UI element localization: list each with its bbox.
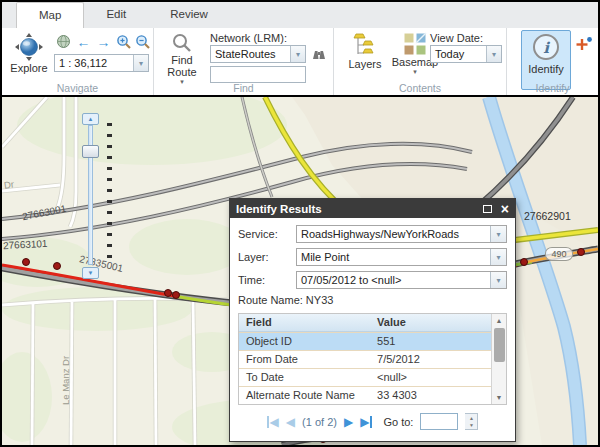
zoom-in-icon bbox=[116, 34, 132, 50]
network-lrm-label: Network (LRM): bbox=[210, 32, 287, 44]
tab-map[interactable]: Map bbox=[16, 2, 84, 28]
identify-route-location-icon bbox=[575, 36, 593, 52]
field-cell: To Date bbox=[239, 369, 370, 386]
ribbon-tabs: Map Edit Review bbox=[2, 2, 598, 28]
layer-value: Mile Point bbox=[297, 249, 490, 265]
last-page-button[interactable]: ▶ bbox=[360, 416, 372, 428]
first-page-icon: ◀ bbox=[270, 415, 279, 429]
scale-value: 1 : 36,112 bbox=[55, 55, 133, 71]
spinner-up-icon[interactable]: ▲ bbox=[465, 414, 477, 422]
identify-route-location-button[interactable] bbox=[575, 36, 593, 52]
identify-button[interactable]: i Identify bbox=[521, 30, 571, 90]
chevron-down-icon[interactable]: ▾ bbox=[486, 46, 501, 62]
zoom-slider-handle[interactable] bbox=[82, 145, 99, 158]
identify-icon: i bbox=[530, 31, 562, 63]
mile-point-marker[interactable] bbox=[22, 258, 30, 266]
full-extent-button[interactable] bbox=[54, 33, 73, 50]
scale-combobox[interactable]: 1 : 36,112 ▾ bbox=[54, 54, 149, 72]
tab-edit-label: Edit bbox=[106, 8, 126, 20]
map-region[interactable]: 27663001 27663101 27835001 27662901 490 … bbox=[2, 95, 598, 445]
table-row[interactable]: Alternate Route Name 33 4303 bbox=[239, 386, 491, 404]
zoom-in-button[interactable] bbox=[114, 33, 133, 50]
tab-review[interactable]: Review bbox=[148, 2, 230, 28]
globe-icon bbox=[56, 34, 71, 49]
service-value: RoadsHighways/NewYorkRoads bbox=[297, 226, 490, 242]
chevron-down-icon: ▼ bbox=[88, 270, 94, 276]
chevron-down-icon[interactable]: ▾ bbox=[290, 46, 305, 62]
value-cell: 551 bbox=[370, 333, 491, 350]
find-route-label-2: Route bbox=[167, 66, 196, 78]
slider-zoom-out-button[interactable]: ▼ bbox=[82, 267, 99, 279]
attributes-table-main: Field Value Object ID 551 From Date 7/5/… bbox=[239, 314, 491, 404]
identify-group-label: Identify bbox=[507, 82, 598, 94]
chevron-down-icon[interactable]: ▾ bbox=[490, 226, 506, 242]
first-page-button[interactable]: ◀ bbox=[267, 416, 279, 428]
view-date-value: Today bbox=[431, 46, 486, 62]
zoom-slider-ticks bbox=[107, 123, 112, 265]
group-contents: Layers Basemap ▾ View Date: Today ▾ Cont… bbox=[334, 28, 507, 95]
network-value: StateRoutes bbox=[211, 46, 290, 62]
field-cell: Alternate Route Name bbox=[239, 387, 370, 404]
scroll-down-icon[interactable]: ▼ bbox=[496, 391, 503, 404]
time-combobox[interactable]: 07/05/2012 to <null> ▾ bbox=[296, 271, 507, 289]
scroll-up-icon[interactable]: ▲ bbox=[496, 314, 503, 327]
dialog-body: Service: RoadsHighways/NewYorkRoads ▾ La… bbox=[230, 218, 515, 441]
zoom-out-button[interactable] bbox=[133, 33, 152, 50]
view-date-combobox[interactable]: Today ▾ bbox=[430, 45, 502, 63]
next-extent-button[interactable]: → bbox=[94, 33, 113, 50]
mile-point-marker[interactable] bbox=[172, 291, 180, 299]
binoculars-icon bbox=[311, 47, 327, 61]
field-cell: From Date bbox=[239, 351, 370, 368]
previous-page-button[interactable]: ◀ bbox=[286, 416, 295, 428]
mile-point-marker[interactable] bbox=[577, 248, 585, 256]
identify-results-dialog: Identify Results × Service: RoadsHighway… bbox=[229, 198, 516, 442]
mile-point-marker[interactable] bbox=[164, 289, 172, 297]
value-cell: 33 4303 bbox=[370, 387, 491, 404]
chevron-down-icon[interactable]: ▾ bbox=[490, 249, 506, 265]
spinner-down-icon[interactable]: ▼ bbox=[465, 422, 477, 430]
slider-zoom-in-button[interactable]: ▲ bbox=[82, 113, 99, 125]
value-cell: 7/5/2012 bbox=[370, 351, 491, 368]
service-row: Service: RoadsHighways/NewYorkRoads ▾ bbox=[238, 225, 507, 243]
tab-edit[interactable]: Edit bbox=[84, 2, 148, 28]
table-row[interactable]: Object ID 551 bbox=[239, 332, 491, 350]
explore-button[interactable]: Explore bbox=[6, 31, 52, 81]
route-input[interactable] bbox=[210, 66, 306, 83]
results-pager: ◀ ◀ (1 of 2) ▶ ▶ Go to: ▲ ▼ bbox=[238, 405, 507, 436]
chevron-down-icon[interactable]: ▾ bbox=[490, 272, 506, 288]
table-row[interactable]: To Date <null> bbox=[239, 368, 491, 386]
ribbon: Explore ← → bbox=[2, 28, 598, 95]
service-combobox[interactable]: RoadsHighways/NewYorkRoads ▾ bbox=[296, 225, 507, 243]
page-status: (1 of 2) bbox=[302, 416, 337, 428]
goto-spinner[interactable]: ▲ ▼ bbox=[465, 413, 478, 430]
mile-point-marker[interactable] bbox=[520, 258, 528, 266]
table-row[interactable]: From Date 7/5/2012 bbox=[239, 350, 491, 368]
goto-page-input[interactable] bbox=[420, 413, 458, 430]
network-combobox[interactable]: StateRoutes ▾ bbox=[210, 45, 306, 63]
layer-row: Layer: Mile Point ▾ bbox=[238, 248, 507, 266]
explore-label: Explore bbox=[10, 62, 47, 74]
chevron-down-icon[interactable]: ▾ bbox=[133, 55, 148, 71]
mile-point-marker[interactable] bbox=[53, 262, 61, 270]
next-page-button[interactable]: ▶ bbox=[344, 416, 353, 428]
layers-button[interactable]: Layers bbox=[342, 31, 388, 89]
previous-page-icon: ◀ bbox=[286, 415, 295, 429]
value-cell: <null> bbox=[370, 369, 491, 386]
service-label: Service: bbox=[238, 228, 296, 240]
next-page-icon: ▶ bbox=[344, 415, 353, 429]
layer-label: Layer: bbox=[238, 251, 296, 263]
dialog-titlebar[interactable]: Identify Results × bbox=[230, 199, 515, 218]
table-scrollbar[interactable]: ▲ ▼ bbox=[491, 314, 506, 404]
previous-extent-button[interactable]: ← bbox=[74, 33, 93, 50]
contents-group-label: Contents bbox=[334, 82, 506, 94]
route-id-label: 27662901 bbox=[524, 210, 571, 222]
table-header-row: Field Value bbox=[239, 314, 491, 332]
scrollbar-thumb[interactable] bbox=[494, 328, 505, 362]
layer-combobox[interactable]: Mile Point ▾ bbox=[296, 248, 507, 266]
chevron-up-icon: ▲ bbox=[88, 116, 94, 122]
find-route-magnifier-icon bbox=[171, 32, 193, 54]
close-icon[interactable]: × bbox=[501, 202, 509, 216]
maximize-icon[interactable] bbox=[483, 205, 492, 213]
back-arrow-icon: ← bbox=[77, 35, 91, 49]
search-routes-button[interactable] bbox=[309, 45, 328, 62]
